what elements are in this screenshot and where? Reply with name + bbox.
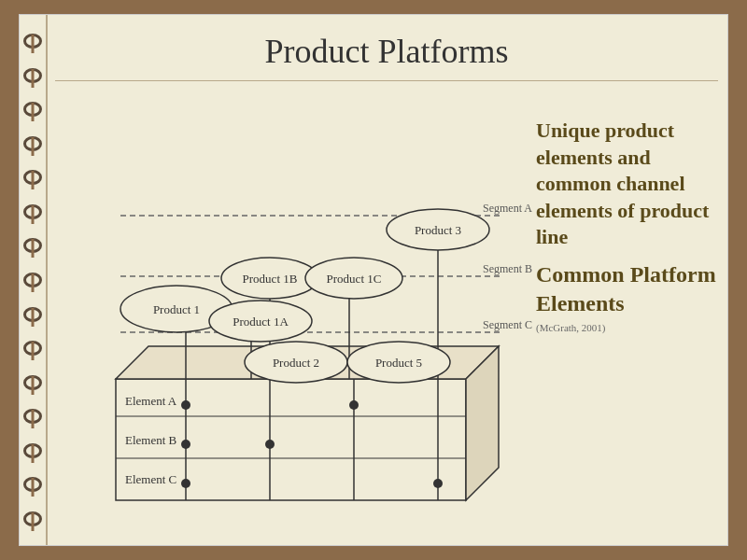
spiral-ring [23,477,42,492]
spiral-ring [23,375,42,390]
svg-text:Product 1B: Product 1B [243,272,298,286]
unique-description: Unique product elements and common chann… [536,118,718,251]
svg-point-19 [181,479,190,488]
svg-point-15 [181,400,190,410]
svg-text:Product 1: Product 1 [153,302,200,316]
spiral-ring [23,307,42,322]
spiral-ring [23,102,42,117]
svg-point-20 [433,479,443,488]
spiral-ring [23,68,42,83]
spiral-ring [23,511,42,526]
svg-text:Product 1A: Product 1A [233,315,289,329]
title-divider [55,80,718,81]
common-description: Common Platform Elements [536,260,718,318]
page-title: Product Platforms [46,15,727,80]
segment-c-label: Segment C [483,318,532,331]
svg-text:Product 2: Product 2 [273,356,319,370]
svg-text:Element B: Element B [125,433,177,447]
svg-text:Product 5: Product 5 [375,356,422,370]
svg-text:Product 3: Product 3 [415,223,461,237]
svg-point-17 [181,440,190,449]
spiral-ring [23,273,42,287]
product-platform-diagram: Segment A Segment B Segment C [64,104,541,542]
spiral-ring [23,409,42,424]
content-area: Product Platforms Unique product element… [46,15,727,545]
svg-point-16 [349,400,359,410]
segment-a-label: Segment A [483,202,532,215]
svg-text:Element C: Element C [125,472,176,486]
svg-text:Product 1C: Product 1C [327,272,382,286]
spiral-ring [23,443,42,458]
spiral-ring [23,170,42,185]
svg-point-18 [265,440,275,449]
segment-b-label: Segment B [483,262,532,275]
spiral-binding [20,15,46,545]
spiral-ring [23,136,42,151]
spiral-ring [23,341,42,356]
spiral-ring [23,238,42,253]
slide: Product Platforms Unique product element… [19,14,728,546]
citation: (McGrath, 2001) [536,322,718,333]
spiral-ring [23,204,42,219]
spiral-ring [23,34,42,49]
svg-text:Element A: Element A [125,394,177,408]
right-text-block: Unique product elements and common chann… [536,118,718,333]
